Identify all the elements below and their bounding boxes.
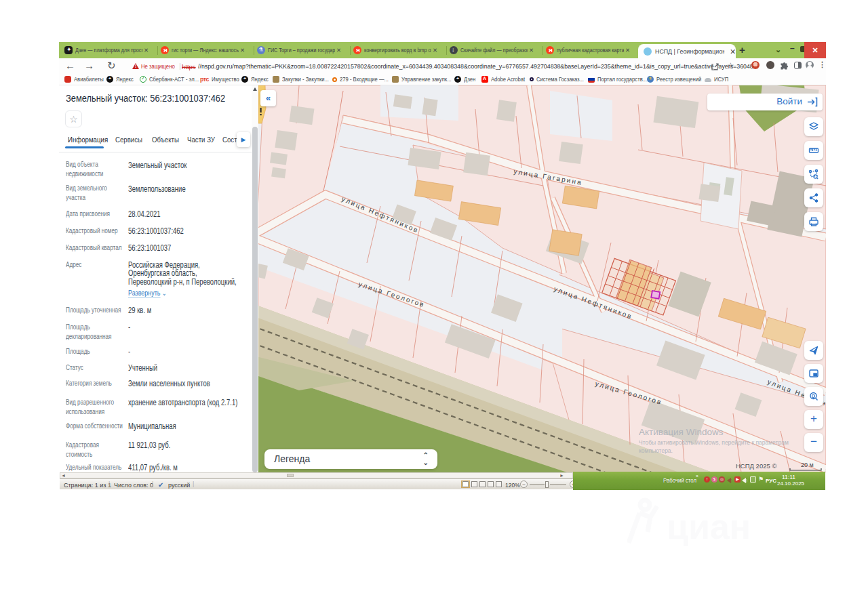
svg-text:НСПД 2025 ©: НСПД 2025 ©: [736, 462, 776, 470]
svg-text:20 м: 20 м: [801, 462, 814, 468]
svg-text:компьютера.: компьютера.: [639, 447, 673, 454]
svg-text:Чтобы активировать Windows, пе: Чтобы активировать Windows, перейдите к …: [639, 439, 789, 446]
svg-text:циан: циан: [667, 507, 751, 546]
svg-text:Активация Windows: Активация Windows: [639, 427, 724, 437]
